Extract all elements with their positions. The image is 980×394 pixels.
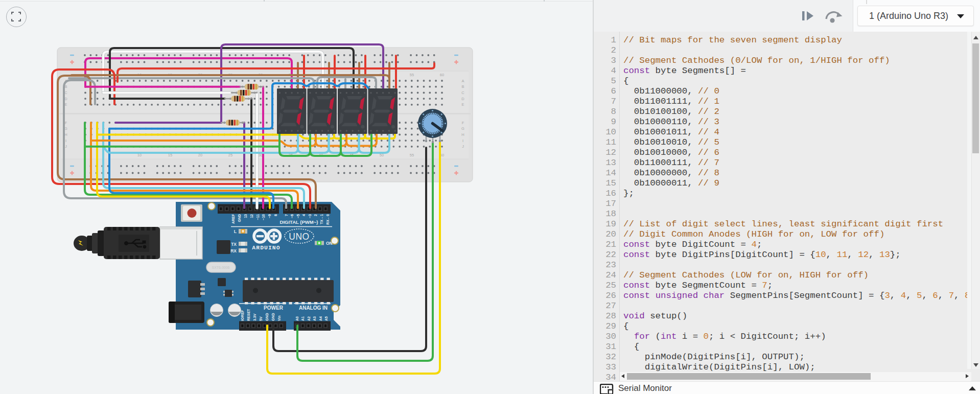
- svg-text:A1: A1: [301, 316, 305, 321]
- svg-text:I: I: [462, 138, 463, 143]
- svg-text:C: C: [461, 90, 464, 95]
- svg-text:13: 13: [244, 214, 247, 218]
- svg-text:55: 55: [410, 153, 414, 157]
- svg-text:H: H: [64, 132, 67, 137]
- svg-text:ANALOG IN: ANALOG IN: [299, 305, 328, 311]
- svg-text:I: I: [65, 138, 66, 143]
- svg-text:C: C: [64, 90, 67, 95]
- svg-text:F: F: [65, 121, 67, 125]
- svg-text:A0: A0: [295, 316, 299, 321]
- svg-text:~10: ~10: [262, 214, 265, 220]
- svg-text:5V: 5V: [259, 316, 263, 321]
- svg-text:TX→1: TX→1: [320, 214, 323, 224]
- svg-text:UNO: UNO: [289, 231, 309, 242]
- svg-text:F: F: [462, 121, 464, 125]
- svg-text:RESET: RESET: [247, 309, 250, 321]
- svg-text:60: 60: [440, 73, 444, 77]
- svg-text:3.3V: 3.3V: [253, 313, 256, 321]
- svg-text:B: B: [461, 84, 464, 89]
- svg-text:G: G: [461, 126, 464, 131]
- svg-text:12: 12: [250, 214, 253, 218]
- svg-text:J: J: [462, 144, 464, 149]
- svg-text:A4: A4: [319, 316, 322, 321]
- svg-text:L: L: [234, 229, 237, 234]
- svg-text:~9: ~9: [268, 214, 271, 218]
- svg-text:7: 7: [285, 214, 288, 216]
- svg-text:~11: ~11: [256, 214, 260, 220]
- svg-text:ON: ON: [326, 241, 333, 246]
- svg-text:RX: RX: [230, 248, 237, 253]
- svg-text:TX: TX: [231, 242, 237, 247]
- svg-text:E: E: [64, 102, 67, 107]
- svg-text:2: 2: [314, 214, 317, 216]
- svg-text:~3: ~3: [308, 214, 312, 218]
- svg-text:AREF: AREF: [231, 214, 235, 224]
- svg-text:GND: GND: [238, 214, 241, 222]
- svg-text:8: 8: [274, 214, 277, 216]
- svg-text:55: 55: [410, 73, 414, 77]
- svg-text:SXT6.0006: SXT6.0006: [212, 266, 229, 269]
- svg-text:J: J: [65, 144, 67, 149]
- svg-text:A2: A2: [307, 316, 311, 321]
- svg-text:POWER: POWER: [264, 305, 284, 311]
- svg-text:RX←0: RX←0: [326, 214, 330, 225]
- svg-text:H: H: [461, 132, 464, 137]
- svg-text:4: 4: [302, 214, 306, 216]
- svg-text:E: E: [461, 102, 464, 107]
- svg-text:GND: GND: [265, 313, 269, 321]
- svg-text:DIGITAL (PWM~): DIGITAL (PWM~): [280, 219, 318, 225]
- svg-text:A5: A5: [324, 316, 328, 321]
- svg-text:ARDUINO: ARDUINO: [252, 244, 280, 251]
- svg-text:~5: ~5: [296, 214, 300, 218]
- svg-text:A3: A3: [313, 316, 316, 321]
- svg-text:A: A: [461, 79, 464, 83]
- svg-text:GND: GND: [271, 313, 275, 321]
- svg-text:D: D: [64, 97, 67, 101]
- svg-text:~6: ~6: [290, 214, 294, 218]
- svg-text:D: D: [461, 97, 464, 101]
- svg-text:IOREF: IOREF: [241, 310, 244, 321]
- svg-text:Vin: Vin: [277, 315, 281, 321]
